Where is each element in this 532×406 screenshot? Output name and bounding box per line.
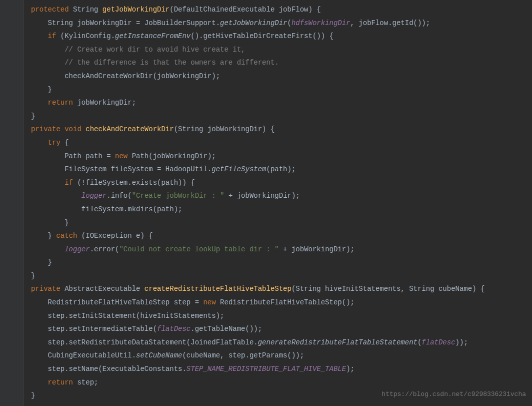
code-line: private AbstractExecutable createRedistr… bbox=[0, 282, 532, 296]
code-line: if (KylinConfig.getInstanceFromEnv().get… bbox=[0, 30, 532, 43]
code-line: step.setInitStatement(hiveInitStatements… bbox=[0, 309, 532, 323]
code-line: try { bbox=[0, 136, 532, 150]
code-line: return step; bbox=[0, 376, 532, 389]
code-line: RedistributeFlatHiveTableStep step = new… bbox=[0, 296, 532, 309]
code-line: step.setName(ExecutableConstants.STEP_NA… bbox=[0, 362, 532, 376]
code-line: step.setIntermediateTable(flatDesc.getTa… bbox=[0, 322, 532, 336]
watermark-text: https://blog.csdn.net/c9298336231vcha bbox=[382, 388, 526, 401]
code-line: if (!fileSystem.exists(path)) { bbox=[0, 176, 532, 190]
code-line: } bbox=[0, 269, 532, 283]
code-line: Path path = new Path(jobWorkingDir); bbox=[0, 150, 532, 163]
code-line: fileSystem.mkdirs(path); bbox=[0, 203, 532, 216]
code-line: } bbox=[0, 83, 532, 97]
code-editor: protected String getJobWorkingDir(Defaul… bbox=[0, 3, 532, 402]
code-line: } catch (IOException e) { bbox=[0, 229, 532, 243]
code-line: CubingExecutableUtil.setCubeName(cubeNam… bbox=[0, 349, 532, 362]
code-line: logger.error("Could not create lookUp ta… bbox=[0, 243, 532, 256]
code-line: FileSystem fileSystem = HadoopUtil.getFi… bbox=[0, 163, 532, 176]
code-line: checkAndCreateWorkDir(jobWorkingDir); bbox=[0, 70, 532, 83]
code-line: String jobWorkingDir = JobBuilderSupport… bbox=[0, 17, 532, 30]
editor-gutter bbox=[0, 0, 24, 406]
code-line: step.setRedistributeDataStatement(Joined… bbox=[0, 336, 532, 349]
code-line: } bbox=[0, 216, 532, 230]
code-line: // Create work dir to avoid hive create … bbox=[0, 43, 532, 57]
code-line: logger.info("Create jobWorkDir : " + job… bbox=[0, 189, 532, 203]
code-line: } bbox=[0, 110, 532, 123]
code-line: private void checkAndCreateWorkDir(Strin… bbox=[0, 123, 532, 136]
code-line: // the difference is that the owners are… bbox=[0, 56, 532, 70]
code-line: } bbox=[0, 256, 532, 269]
code-line: protected String getJobWorkingDir(Defaul… bbox=[0, 3, 532, 17]
code-line: return jobWorkingDir; bbox=[0, 96, 532, 110]
